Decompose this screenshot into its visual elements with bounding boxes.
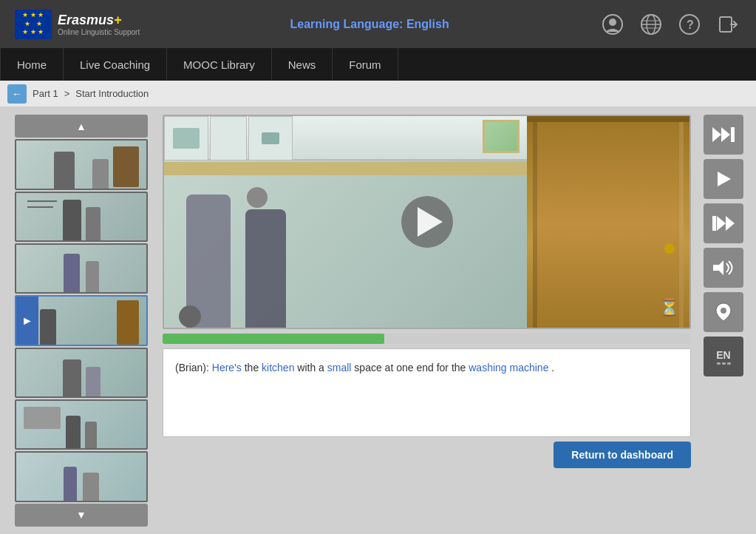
- breadcrumb-back-button[interactable]: ←: [7, 84, 27, 104]
- logo-text: Erasmus+ Online Linguistic Support: [58, 13, 140, 36]
- dot-3: [727, 362, 731, 365]
- logo-stars: ★ ★ ★★ ★★ ★ ★: [22, 11, 44, 37]
- thumbnail-panel: ▲ ►: [7, 115, 155, 527]
- nav-home[interactable]: Home: [0, 48, 64, 81]
- play-icon: [418, 207, 443, 237]
- control-panel: EN: [698, 115, 749, 527]
- thumbnail-3[interactable]: [15, 243, 148, 294]
- subtitle-link-small[interactable]: small: [327, 362, 352, 374]
- svg-marker-15: [717, 216, 726, 231]
- play-button[interactable]: [401, 196, 453, 248]
- breadcrumb-separator: >: [64, 88, 70, 99]
- header: ★ ★ ★★ ★★ ★ ★ Erasmus+ Online Linguistic…: [0, 0, 756, 48]
- svg-marker-11: [721, 127, 730, 142]
- thumb-active-arrow: ►: [16, 297, 38, 344]
- svg-marker-16: [726, 216, 735, 231]
- hourglass-icon: ⏳: [659, 298, 679, 317]
- user-icon[interactable]: [599, 11, 626, 38]
- progress-bar-fill: [163, 334, 384, 344]
- subtitle-text-2: with a: [297, 362, 327, 374]
- nav-forum[interactable]: Forum: [333, 48, 398, 81]
- language-label: Learning Language: English: [290, 18, 449, 31]
- subtitle-text-4: .: [551, 362, 554, 374]
- main-content: ▲ ►: [0, 107, 756, 534]
- thumbnail-7[interactable]: [15, 451, 148, 501]
- scroll-down-button[interactable]: ▼: [15, 504, 148, 527]
- scroll-up-button[interactable]: ▲: [15, 115, 148, 138]
- breadcrumb-part: Part 1: [33, 88, 58, 99]
- dot-1: [717, 362, 721, 365]
- map-pin-button[interactable]: [704, 292, 743, 332]
- subtitle-link-kitchen[interactable]: kitchen: [262, 362, 294, 374]
- header-icons: ?: [599, 11, 741, 38]
- volume-button[interactable]: [704, 248, 743, 288]
- play-control-button[interactable]: [704, 159, 743, 199]
- language-toggle-button[interactable]: EN: [704, 337, 743, 376]
- skip-back-button[interactable]: [704, 203, 743, 243]
- skip-forward-button[interactable]: [704, 115, 743, 155]
- help-icon[interactable]: ?: [676, 11, 703, 38]
- language-label-text: Learning Language:: [290, 18, 403, 30]
- erasmus-logo: ★ ★ ★★ ★★ ★ ★: [15, 10, 52, 39]
- language-dots: [717, 362, 731, 365]
- thumbnail-4[interactable]: ►: [15, 295, 148, 345]
- svg-point-1: [609, 18, 616, 26]
- svg-point-18: [721, 308, 726, 314]
- thumbnail-2[interactable]: [15, 192, 148, 242]
- language-code: EN: [716, 349, 730, 361]
- svg-text:?: ?: [687, 18, 694, 31]
- subtitle-link-washing-machine[interactable]: washing machine: [469, 362, 548, 374]
- logo-subtitle: Online Linguistic Support: [58, 28, 140, 36]
- subtitle-text-1: the: [245, 362, 262, 374]
- svg-marker-17: [713, 260, 723, 275]
- svg-marker-10: [712, 127, 721, 142]
- globe-icon[interactable]: [638, 11, 664, 38]
- svg-rect-14: [712, 216, 716, 231]
- center-panel: Larder ⏳ (Brian): Here's the kitchen: [163, 115, 691, 527]
- thumbnail-1[interactable]: [15, 139, 148, 189]
- video-scene-door: Larder: [527, 116, 689, 328]
- dot-2: [722, 362, 726, 365]
- erasmus-name: Erasmus+: [58, 13, 140, 28]
- nav-live-coaching[interactable]: Live Coaching: [64, 48, 167, 81]
- speaker-label: (Brian):: [175, 362, 209, 374]
- video-container[interactable]: Larder ⏳: [163, 115, 691, 329]
- breadcrumb: ← Part 1 > Start Introduction: [0, 81, 756, 107]
- svg-marker-13: [718, 172, 731, 186]
- main-nav: Home Live Coaching MOOC Library News For…: [0, 48, 756, 81]
- svg-rect-9: [720, 17, 732, 32]
- logout-icon[interactable]: [715, 11, 741, 38]
- nav-mooc-library[interactable]: MOOC Library: [167, 48, 272, 81]
- logo-area: ★ ★ ★★ ★★ ★ ★ Erasmus+ Online Linguistic…: [15, 10, 140, 39]
- door-handle: [664, 243, 675, 254]
- return-to-dashboard-button[interactable]: Return to dashboard: [554, 442, 691, 468]
- nav-news[interactable]: News: [272, 48, 333, 81]
- dashboard-btn-row: Return to dashboard: [163, 442, 691, 468]
- video-scene-left: [164, 116, 527, 328]
- subtitle-link-heres[interactable]: Here's: [212, 362, 242, 374]
- language-value: English: [406, 18, 449, 30]
- breadcrumb-section: Start Introduction: [75, 88, 149, 99]
- svg-rect-12: [731, 127, 735, 142]
- thumbnail-5[interactable]: [15, 348, 148, 398]
- progress-bar[interactable]: [163, 334, 691, 344]
- thumbnail-6[interactable]: [15, 399, 148, 450]
- subtitle-text-3: space at one end for the: [354, 362, 469, 374]
- subtitle-box: (Brian): Here's the kitchen with a small…: [163, 348, 691, 437]
